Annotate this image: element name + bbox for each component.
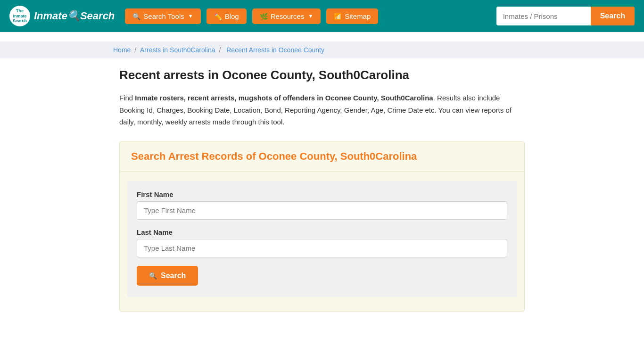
search-submit-label: Search bbox=[161, 272, 186, 280]
search-submit-button[interactable]: Search bbox=[137, 266, 198, 286]
search-tools-button[interactable]: Search Tools ▼ bbox=[125, 8, 200, 24]
page-description: Find Inmate rosters, recent arrests, mug… bbox=[119, 92, 525, 128]
nav-search-input[interactable] bbox=[496, 7, 591, 25]
description-bold: Inmate rosters, recent arrests, mugshots… bbox=[135, 94, 433, 102]
breadcrumb-current: Recent Arrests in Oconee County bbox=[226, 46, 324, 54]
breadcrumb-home[interactable]: Home bbox=[113, 46, 131, 54]
search-form-area: First Name Last Name Search bbox=[127, 181, 517, 297]
main-content: Recent arrests in Oconee County, South0C… bbox=[110, 58, 534, 340]
search-box: Search Arrest Records of Oconee County, … bbox=[119, 141, 525, 312]
chevron-down-icon: ▼ bbox=[188, 13, 193, 19]
brand-logo-link[interactable]: The Inmate Search Inmate🔍Search bbox=[9, 6, 115, 26]
last-name-label: Last Name bbox=[137, 228, 507, 236]
resources-label: Resources bbox=[271, 12, 305, 20]
brand-logo-icon: The Inmate Search bbox=[9, 6, 30, 26]
last-name-group: Last Name bbox=[137, 228, 507, 257]
blog-label: Blog bbox=[225, 12, 239, 20]
resources-button[interactable]: Resources ▼ bbox=[252, 8, 321, 24]
nav-search-btn-label: Search bbox=[600, 12, 625, 20]
blog-button[interactable]: Blog bbox=[206, 8, 247, 24]
page-title: Recent arrests in Oconee County, South0C… bbox=[119, 68, 525, 82]
brand-text: Inmate🔍Search bbox=[34, 10, 115, 22]
resources-icon bbox=[260, 12, 268, 20]
search-tools-label: Search Tools bbox=[143, 12, 184, 20]
nav-search-wrap: Search bbox=[496, 7, 635, 25]
search-box-title: Search Arrest Records of Oconee County, … bbox=[120, 142, 524, 172]
sitemap-button[interactable]: Sitemap bbox=[326, 8, 378, 24]
sitemap-icon bbox=[334, 12, 342, 20]
chevron-down-icon-resources: ▼ bbox=[308, 13, 313, 19]
search-icon bbox=[132, 12, 140, 20]
search-submit-icon bbox=[149, 272, 157, 280]
breadcrumb-wrap: Home / Arrests in South0Carolina / Recen… bbox=[0, 41, 644, 58]
breadcrumb: Home / Arrests in South0Carolina / Recen… bbox=[113, 46, 531, 54]
first-name-group: First Name bbox=[137, 190, 507, 220]
blog-icon bbox=[214, 12, 222, 20]
breadcrumb-sep-1: / bbox=[134, 46, 138, 54]
last-name-input[interactable] bbox=[137, 239, 507, 257]
description-intro: Find bbox=[119, 94, 135, 102]
breadcrumb-sep-2: / bbox=[219, 46, 223, 54]
nav-search-button[interactable]: Search bbox=[591, 7, 635, 25]
breadcrumb-level2[interactable]: Arrests in South0Carolina bbox=[140, 46, 215, 54]
first-name-input[interactable] bbox=[137, 201, 507, 220]
sitemap-label: Sitemap bbox=[345, 12, 371, 20]
first-name-label: First Name bbox=[137, 190, 507, 198]
navbar: The Inmate Search Inmate🔍Search Search T… bbox=[0, 0, 644, 32]
